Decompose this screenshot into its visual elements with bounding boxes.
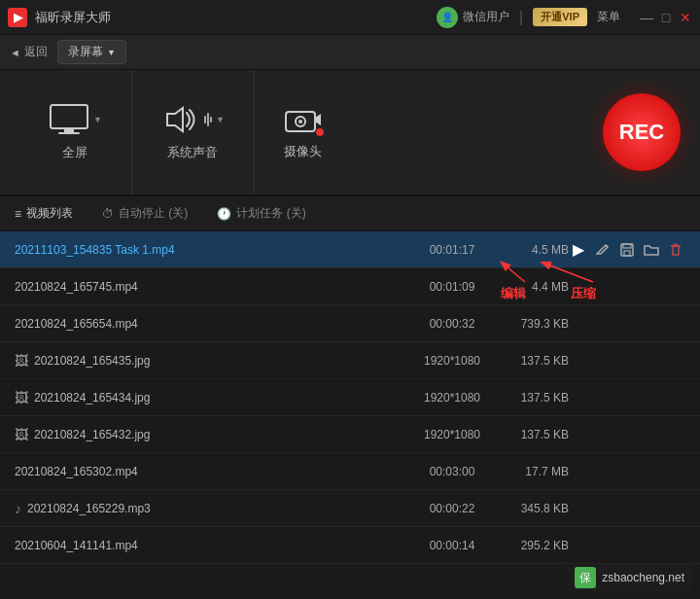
file-row[interactable]: 20210604_141141.mp4 00:00:14 295.2 KB [0, 527, 700, 564]
file-row[interactable]: 🖼 20210824_165435.jpg 1920*1080 137.5 KB [0, 342, 700, 379]
speaker-icon [161, 103, 198, 136]
file-size: 4.4 MB [491, 280, 569, 294]
close-button[interactable]: ✕ [679, 11, 692, 24]
toolbar: ◄ 返回 录屏幕 ▼ [0, 35, 700, 70]
svg-rect-13 [674, 244, 678, 246]
minimize-button[interactable]: — [640, 11, 653, 24]
auto-stop-label: 自动停止 (关) [119, 205, 188, 222]
controls-area: ▼ 全屏 ▼ 系统声音 [0, 70, 700, 196]
vip-button[interactable]: 开通VIP [533, 8, 587, 26]
watermark: 保 zsbaocheng.net [567, 564, 692, 591]
file-list: 20211103_154835 Task 1.mp4 00:01:17 4.5 … [0, 231, 700, 564]
tab-schedule[interactable]: 🕐 计划任务 (关) [212, 205, 310, 222]
monitor-icon [49, 103, 91, 136]
file-size: 4.5 MB [491, 243, 569, 257]
file-size: 137.5 KB [491, 428, 569, 441]
svg-line-8 [606, 245, 608, 247]
app-title: 福昕录屏大师 [35, 9, 437, 26]
divider: | [519, 9, 523, 26]
image-icon: 🖼 [15, 390, 28, 405]
file-duration: 1920*1080 [413, 391, 491, 405]
audio-dropdown-arrow: ▼ [216, 115, 225, 124]
rec-label: REC [619, 120, 664, 145]
back-button[interactable]: ◄ 返回 [10, 44, 48, 60]
screen-record-button[interactable]: 录屏幕 ▼ [57, 40, 126, 64]
file-name: 20211103_154835 Task 1.mp4 [15, 243, 413, 257]
file-name: ♪ 20210824_165229.mp3 [15, 501, 413, 516]
save-button[interactable] [617, 239, 636, 261]
watermark-icon: 保 [579, 570, 591, 586]
file-duration: 00:00:14 [413, 539, 491, 552]
rec-button[interactable]: REC [603, 93, 681, 171]
svg-rect-0 [51, 105, 88, 128]
file-duration: 1920*1080 [413, 428, 491, 441]
title-bar-right: 👤 微信用户 | 开通VIP 菜单 — □ ✕ [437, 7, 692, 28]
file-name-text: 20211103_154835 Task 1.mp4 [15, 243, 175, 257]
file-name: 🖼 20210824_165434.jpg [15, 390, 413, 405]
file-name: 🖼 20210824_165432.jpg [15, 427, 413, 442]
file-name: 20210824_165302.mp4 [15, 465, 413, 478]
file-row[interactable]: ♪ 20210824_165229.mp3 00:00:22 345.8 KB [0, 490, 700, 527]
file-name-text: 20210824_165435.jpg [34, 354, 150, 368]
maximize-button[interactable]: □ [659, 11, 673, 24]
audio-wave-indicator [204, 113, 212, 126]
file-size: 137.5 KB [491, 391, 569, 405]
delete-button[interactable] [667, 239, 685, 261]
tab-video-list[interactable]: ≡ 视频列表 [10, 205, 78, 222]
back-arrow-icon: ◄ [10, 47, 20, 58]
user-avatar: 👤 [437, 7, 458, 28]
file-row[interactable]: 🖼 20210824_165434.jpg 1920*1080 137.5 KB [0, 379, 700, 416]
file-size: 345.8 KB [491, 502, 569, 515]
audio-control[interactable]: ▼ 系统声音 [132, 70, 255, 194]
fullscreen-label: 全屏 [62, 144, 88, 161]
file-name-text: 20210824_165745.mp4 [15, 280, 138, 294]
file-row[interactable]: 20210824_165654.mp4 00:00:32 739.3 KB [0, 305, 700, 342]
back-label: 返回 [24, 44, 48, 60]
file-duration: 1920*1080 [413, 354, 491, 368]
audio-icon: ♪ [15, 501, 21, 516]
file-row[interactable]: 🖼 20210824_165432.jpg 1920*1080 137.5 KB [0, 416, 700, 453]
file-row[interactable]: 20210824_165302.mp4 00:03:00 17.7 MB [0, 453, 700, 490]
file-row[interactable]: 20210824_165745.mp4 00:01:09 4.4 MB [0, 268, 700, 305]
file-actions: ▶ [569, 239, 685, 261]
camera-wrapper [284, 104, 323, 135]
fullscreen-control[interactable]: ▼ 全屏 [19, 70, 132, 194]
camera-label: 摄像头 [284, 143, 322, 160]
file-size: 295.2 KB [491, 539, 569, 552]
file-name-text: 20210824_165432.jpg [34, 428, 150, 441]
image-icon: 🖼 [15, 427, 28, 442]
play-button[interactable]: ▶ [569, 239, 587, 261]
file-size: 17.7 MB [491, 465, 569, 478]
file-duration: 00:00:32 [413, 317, 491, 331]
watermark-shield: 保 [575, 567, 596, 588]
audio-label: 系统声音 [167, 144, 218, 161]
folder-button[interactable] [643, 239, 661, 261]
menu-button[interactable]: 菜单 [597, 9, 620, 25]
camera-control[interactable]: 摄像头 [255, 70, 352, 194]
file-name-text: 20210604_141141.mp4 [15, 539, 138, 552]
screen-dropdown-icon: ▼ [107, 48, 116, 57]
file-row[interactable]: 20211103_154835 Task 1.mp4 00:01:17 4.5 … [0, 231, 700, 268]
tab-auto-stop[interactable]: ⏱ 自动停止 (关) [97, 205, 192, 222]
video-list-icon: ≡ [15, 207, 21, 221]
file-name: 20210824_165654.mp4 [15, 317, 413, 331]
edit-button[interactable] [593, 239, 612, 261]
fullscreen-dropdown-arrow: ▼ [93, 115, 102, 124]
file-name-text: 20210824_165434.jpg [34, 391, 150, 405]
file-name: 20210824_165745.mp4 [15, 280, 413, 294]
file-size: 137.5 KB [491, 354, 569, 368]
file-name: 🖼 20210824_165435.jpg [15, 353, 413, 369]
file-size: 739.3 KB [491, 317, 569, 331]
camera-red-dot [315, 127, 325, 137]
svg-rect-1 [64, 128, 74, 132]
file-duration: 00:00:22 [413, 502, 491, 515]
video-list-label: 视频列表 [26, 205, 73, 222]
file-name-text: 20210824_165654.mp4 [15, 317, 138, 331]
schedule-label: 计划任务 (关) [236, 205, 305, 222]
title-bar: ▶ 福昕录屏大师 👤 微信用户 | 开通VIP 菜单 — □ ✕ [0, 0, 700, 35]
file-duration: 00:01:09 [413, 280, 491, 294]
file-name-text: 20210824_165302.mp4 [15, 465, 138, 478]
user-info: 👤 微信用户 [437, 7, 509, 28]
auto-stop-icon: ⏱ [102, 207, 114, 221]
image-icon: 🖼 [15, 353, 28, 369]
